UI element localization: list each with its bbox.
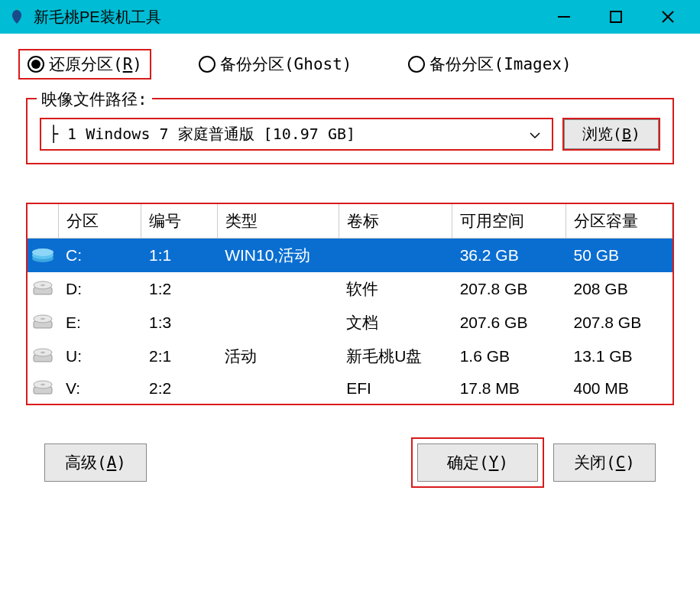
table-header-row: 分区 编号 类型 卷标 可用空间 分区容量 [28,204,672,239]
partition-table: 分区 编号 类型 卷标 可用空间 分区容量 C:1:1WIN10,活动36.2 … [26,203,674,405]
cell-free: 36.2 GB [452,239,566,273]
disk-icon [28,272,58,306]
cell-free: 207.8 GB [452,272,566,306]
app-title: 新毛桃PE装机工具 [34,7,553,28]
cell-label: 软件 [339,272,452,306]
window-controls [553,6,679,28]
cell-type [217,306,339,339]
table-row[interactable]: U:2:1活动新毛桃U盘1.6 GB13.1 GB [28,339,672,373]
radio-backup-imagex[interactable]: 备份分区(Imagex) [399,49,580,80]
close-button[interactable] [657,6,679,28]
table-row[interactable]: D:1:2软件207.8 GB208 GB [28,272,672,306]
cell-size: 207.8 GB [566,306,672,339]
minimize-button[interactable] [553,6,575,28]
disk-icon [28,339,58,373]
cell-number: 2:1 [141,339,217,373]
cell-number: 1:2 [141,272,217,306]
titlebar: 新毛桃PE装机工具 [0,0,700,34]
svg-point-9 [41,284,45,285]
footer-buttons: 高级(A) 确定(Y) 关闭(C) [18,443,682,482]
ok-button[interactable]: 确定(Y) [417,443,538,482]
fieldset-legend: 映像文件路径: [37,89,152,110]
radio-unchecked-icon [408,56,425,73]
dropdown-value: ├ 1 Windows 7 家庭普通版 [10.97 GB] [49,124,526,145]
radio-label: 还原分区(R) [49,54,142,75]
table-row[interactable]: C:1:1WIN10,活动36.2 GB50 GB [28,239,672,273]
cell-number: 2:2 [141,373,217,404]
cell-size: 208 GB [566,272,672,306]
advanced-button[interactable]: 高级(A) [44,443,147,482]
cell-label: 文档 [339,306,452,339]
table-row[interactable]: E:1:3文档207.6 GB207.8 GB [28,306,672,339]
cell-label: EFI [339,373,452,404]
svg-point-18 [41,383,45,385]
table-row[interactable]: V:2:2EFI17.8 MB400 MB [28,373,672,404]
header-label[interactable]: 卷标 [339,204,452,239]
app-logo-icon [6,6,28,28]
close-button[interactable]: 关闭(C) [553,443,656,482]
cell-free: 1.6 GB [452,339,566,373]
cell-type [217,373,339,404]
radio-backup-ghost[interactable]: 备份分区(Ghost) [190,49,361,80]
cell-free: 17.8 MB [452,373,566,404]
cell-size: 13.1 GB [566,339,672,373]
svg-point-12 [41,317,45,319]
chevron-down-icon [526,126,544,142]
cell-label: 新毛桃U盘 [339,339,452,373]
svg-rect-1 [611,11,621,22]
header-size[interactable]: 分区容量 [566,204,672,239]
header-number[interactable]: 编号 [141,204,217,239]
header-type[interactable]: 类型 [217,204,339,239]
cell-number: 1:3 [141,306,217,339]
mode-radio-group: 还原分区(R) 备份分区(Ghost) 备份分区(Imagex) [18,49,682,80]
cell-drive: U: [58,339,141,373]
image-path-fieldset: 映像文件路径: ├ 1 Windows 7 家庭普通版 [10.97 GB] 浏… [26,98,674,164]
image-path-dropdown[interactable]: ├ 1 Windows 7 家庭普通版 [10.97 GB] [40,118,553,151]
cell-label [339,239,452,273]
cell-free: 207.6 GB [452,306,566,339]
cell-type: WIN10,活动 [217,239,339,273]
browse-button[interactable]: 浏览(B) [562,118,660,151]
cell-drive: C: [58,239,141,273]
svg-point-15 [41,351,45,352]
cell-drive: D: [58,272,141,306]
cell-size: 50 GB [566,239,672,273]
cell-number: 1:1 [141,239,217,273]
radio-unchecked-icon [199,56,216,73]
header-free[interactable]: 可用空间 [452,204,566,239]
svg-point-6 [32,249,53,256]
disk-icon [28,239,58,273]
header-partition[interactable]: 分区 [58,204,141,239]
cell-drive: E: [58,306,141,339]
radio-label: 备份分区(Imagex) [429,54,571,75]
disk-icon [28,306,58,339]
cell-size: 400 MB [566,373,672,404]
cell-drive: V: [58,373,141,404]
radio-checked-icon [28,56,44,73]
radio-label: 备份分区(Ghost) [220,54,352,75]
disk-icon [28,373,58,404]
maximize-button[interactable] [605,6,627,28]
cell-type: 活动 [217,339,339,373]
radio-restore-partition[interactable]: 还原分区(R) [18,49,151,80]
cell-type [217,272,339,306]
